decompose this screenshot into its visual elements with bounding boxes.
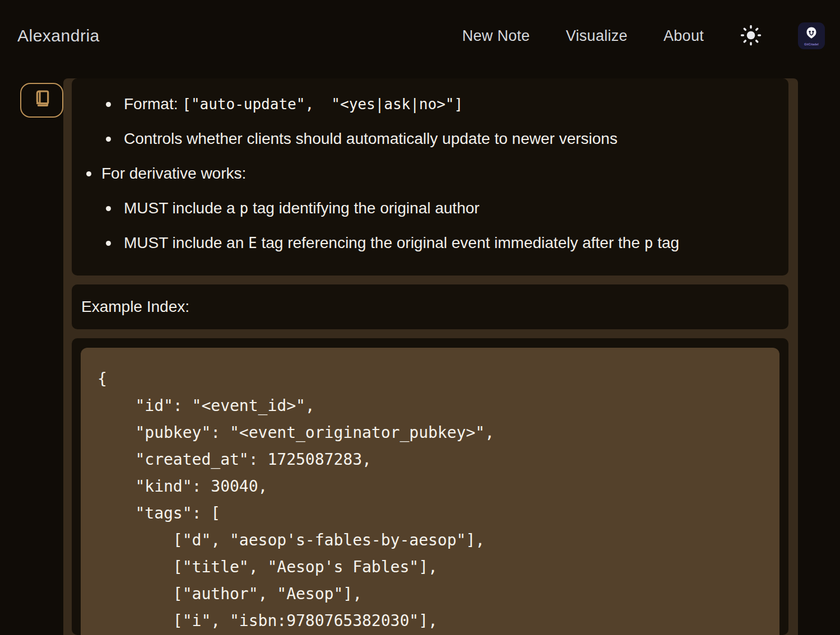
list-item: MUST include an E tag referencing the or… xyxy=(72,234,777,253)
inline-code: p xyxy=(239,200,248,217)
list-item: Format: ["auto-update", "<yes|ask|no>"] xyxy=(72,95,777,114)
list-item-text: For derivative works: xyxy=(101,164,246,183)
nav-about[interactable]: About xyxy=(663,27,704,45)
theme-toggle-button[interactable] xyxy=(740,25,762,47)
json-code-block: { "id": "<event_id>", "pubkey": "<event_… xyxy=(81,348,779,635)
bullet-dot xyxy=(106,102,111,107)
sun-icon xyxy=(740,25,762,48)
example-index-label: Example Index: xyxy=(81,298,189,316)
code-line: ["d", "aesop's-fables-by-aesop"], xyxy=(98,527,763,554)
nav-visualize[interactable]: Visualize xyxy=(566,27,628,45)
list-item-text: MUST include an E tag referencing the or… xyxy=(124,234,679,253)
inline-code: p xyxy=(644,235,653,251)
code-line: "pubkey": "<event_originator_pubkey>", xyxy=(98,419,763,446)
top-nav-bar: Alexandria New Note Visualize About xyxy=(0,0,840,72)
nav-links: New Note Visualize About xyxy=(462,22,825,49)
list-item-text: Format: ["auto-update", "<yes|ask|no>"] xyxy=(124,95,463,114)
code-line: ["title", "Aesop's Fables"], xyxy=(98,554,763,581)
list-item-text: MUST include a p tag identifying the ori… xyxy=(124,199,480,218)
nav-new-note[interactable]: New Note xyxy=(462,27,530,45)
toc-book-toggle-button[interactable] xyxy=(20,83,63,118)
document-panel: Format: ["auto-update", "<yes|ask|no>"] … xyxy=(63,78,798,635)
list-item: Controls whether clients should automati… xyxy=(72,129,777,148)
book-icon xyxy=(31,88,53,113)
inline-code: E xyxy=(248,235,257,251)
bullet-dot xyxy=(86,171,91,176)
example-code-section: { "id": "<event_id>", "pubkey": "<event_… xyxy=(72,338,788,635)
bullet-dot xyxy=(106,137,111,142)
code-line: "kind": 30040, xyxy=(98,473,763,500)
code-line: "tags": [ xyxy=(98,500,763,527)
list-item-text: Controls whether clients should automati… xyxy=(124,129,618,148)
profile-avatar[interactable]: GitCitadel xyxy=(798,22,825,49)
example-index-section: Example Index: xyxy=(72,284,788,329)
gitcitadel-logo-icon xyxy=(804,26,819,42)
app-title: Alexandria xyxy=(17,26,100,45)
code-line: ["i", "isbn:9780765382030"], xyxy=(98,608,763,634)
code-line: ["author", "Aesop"], xyxy=(98,581,763,608)
spec-rules-section: Format: ["auto-update", "<yes|ask|no>"] … xyxy=(72,78,788,276)
bullet-dot xyxy=(106,206,111,211)
list-item: For derivative works: xyxy=(72,164,777,183)
list-item: MUST include a p tag identifying the ori… xyxy=(72,199,777,218)
code-line: { xyxy=(98,366,763,393)
bullet-dot xyxy=(106,241,111,246)
avatar-caption: GitCitadel xyxy=(804,43,819,46)
code-line: "created_at": 1725087283, xyxy=(98,446,763,473)
code-line: "id": "<event_id>", xyxy=(98,393,763,419)
inline-code: ["auto-update", "<yes|ask|no>"] xyxy=(182,96,463,113)
